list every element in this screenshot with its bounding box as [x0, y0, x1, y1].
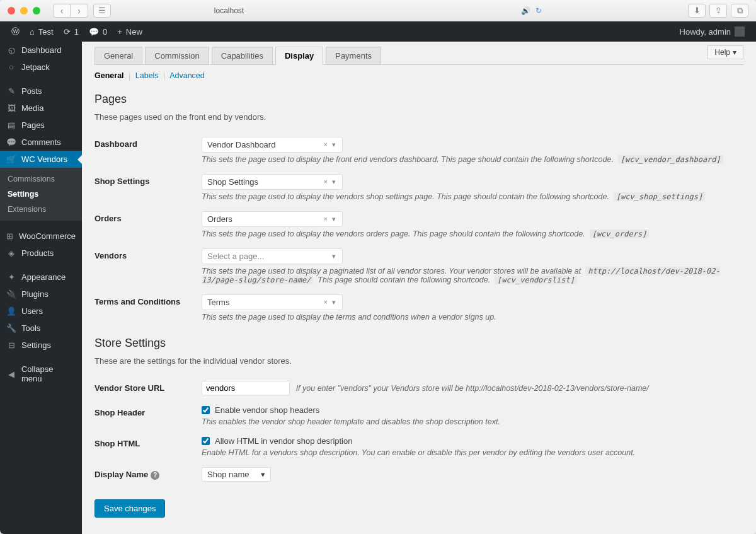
pages-icon: ▤ [6, 120, 16, 130]
menu-label: Posts [21, 86, 42, 96]
site-link[interactable]: ⌂ Test [25, 27, 59, 37]
tabs-button[interactable]: ⧉ [731, 4, 748, 18]
shop-header-desc: This enables the vendor shop header temp… [202, 417, 743, 426]
submenu-extensions[interactable]: Extensions [0, 202, 82, 217]
shop-settings-desc: This sets the page used to display the v… [202, 192, 743, 201]
minimize-window-button[interactable] [20, 7, 28, 15]
shop-settings-select[interactable]: Shop Settings× ▾ [202, 174, 343, 190]
vendor-url-desc: If you enter "vendors" your Vendors stor… [296, 384, 649, 393]
help-button[interactable]: Help ▾ [707, 45, 743, 59]
tab-general[interactable]: General [94, 47, 142, 64]
avatar [735, 26, 745, 37]
browser-titlebar: ‹ › ☰ localhost 🔊↻ ⬇ ⇪ ⧉ [0, 0, 756, 21]
admin-sidebar: ◵Dashboard ○Jetpack ✎Posts 🖼Media ▤Pages… [0, 42, 82, 534]
terms-label: Terms and Conditions [94, 294, 202, 306]
submenu-commissions[interactable]: Commissions [0, 171, 82, 187]
menu-collapse[interactable]: ◀Collapse menu [0, 361, 82, 387]
vendors-select[interactable]: Select a page...▾ [202, 248, 343, 264]
tab-display[interactable]: Display [275, 47, 323, 65]
save-button[interactable]: Save changes [94, 499, 165, 518]
shop-settings-shortcode: [wcv_shop_settings] [614, 192, 705, 201]
menu-posts[interactable]: ✎Posts [0, 83, 82, 100]
tab-payments[interactable]: Payments [326, 47, 381, 64]
share-button[interactable]: ⇪ [709, 4, 727, 18]
dashboard-icon: ◵ [6, 45, 16, 55]
menu-label: Settings [21, 340, 51, 350]
menu-label: Pages [21, 120, 45, 130]
wp-logo[interactable]: ⓦ [6, 26, 25, 37]
menu-dashboard[interactable]: ◵Dashboard [0, 42, 82, 59]
menu-woocommerce[interactable]: ⊞WooCommerce [0, 228, 82, 245]
plugins-icon: 🔌 [6, 289, 16, 299]
terms-desc: This sets the page used to display the t… [202, 313, 743, 322]
menu-settings[interactable]: ⊟Settings [0, 337, 82, 354]
dashboard-desc: This sets the page used to display the f… [202, 155, 743, 164]
tab-commission[interactable]: Commission [145, 47, 209, 64]
subtab-general[interactable]: General [94, 71, 124, 80]
dashboard-select[interactable]: Vendor Dashboard× ▾ [202, 137, 343, 153]
media-icon: 🖼 [6, 103, 16, 113]
menu-appearance[interactable]: ✦Appearance [0, 269, 82, 286]
products-icon: ◈ [6, 248, 16, 258]
vendors-shortcode: [wcv_vendorslist] [495, 276, 577, 284]
menu-users[interactable]: 👤Users [0, 303, 82, 320]
display-name-select[interactable]: Shop name▾ [202, 467, 271, 482]
menu-media[interactable]: 🖼Media [0, 100, 82, 117]
menu-label: Collapse menu [21, 364, 76, 383]
menu-jetpack[interactable]: ○Jetpack [0, 59, 82, 76]
comments-link[interactable]: 💬 0 [84, 27, 112, 37]
comments-icon: 💬 [6, 137, 16, 147]
comments-count: 0 [103, 27, 107, 37]
store-section-title: Store Settings [94, 337, 743, 350]
orders-select[interactable]: Orders× ▾ [202, 211, 343, 227]
vendors-label: Vendors [94, 248, 202, 260]
subtab-advanced[interactable]: Advanced [169, 71, 205, 80]
address-bar[interactable]: localhost [214, 6, 244, 15]
updates-count: 1 [74, 27, 79, 37]
menu-tools[interactable]: 🔧Tools [0, 320, 82, 337]
menu-label: Users [21, 306, 43, 316]
users-icon: 👤 [6, 306, 16, 316]
vendors-desc: This sets the page used to display a pag… [202, 267, 743, 284]
settings-tabs: General Commission Capabilities Display … [94, 47, 743, 65]
store-section-desc: These are the settings for the individua… [94, 356, 743, 366]
shop-settings-label: Shop Settings [94, 174, 202, 186]
account-link[interactable]: Howdy, admin [675, 26, 750, 37]
orders-label: Orders [94, 211, 202, 223]
orders-shortcode: [wcv_orders] [590, 229, 650, 238]
posts-icon: ✎ [6, 86, 16, 96]
show-sidebar-button[interactable]: ☰ [93, 4, 111, 18]
updates-link[interactable]: ⟳ 1 [59, 27, 84, 37]
menu-label: Tools [21, 323, 40, 333]
new-content-link[interactable]: + New [112, 27, 147, 37]
help-icon[interactable]: ? [151, 471, 159, 480]
reload-button[interactable]: ↻ [536, 6, 542, 15]
maximize-window-button[interactable] [33, 7, 40, 15]
jetpack-icon: ○ [6, 62, 16, 72]
subtab-labels[interactable]: Labels [135, 71, 159, 80]
settings-icon: ⊟ [6, 340, 16, 350]
menu-pages[interactable]: ▤Pages [0, 117, 82, 134]
menu-plugins[interactable]: 🔌Plugins [0, 286, 82, 303]
menu-comments[interactable]: 💬Comments [0, 134, 82, 151]
tab-capabilities[interactable]: Capabilities [212, 47, 273, 64]
forward-button[interactable]: › [71, 4, 88, 18]
download-button[interactable]: ⬇ [688, 4, 706, 18]
reader-icon[interactable]: 🔊 [521, 6, 530, 15]
menu-label: Plugins [21, 289, 49, 299]
menu-label: Jetpack [21, 62, 50, 72]
shop-header-checkbox[interactable] [202, 406, 210, 414]
menu-products[interactable]: ◈Products [0, 245, 82, 262]
terms-select[interactable]: Terms× ▾ [202, 294, 343, 310]
shop-header-checkbox-label: Enable vendor shop headers [215, 405, 319, 415]
menu-label: Appearance [21, 272, 66, 282]
vendor-url-input[interactable] [202, 381, 290, 395]
submenu-settings[interactable]: Settings [0, 187, 82, 202]
menu-label: Media [21, 103, 43, 113]
collapse-icon: ◀ [6, 369, 16, 379]
menu-wc-vendors[interactable]: 🛒WC Vendors [0, 151, 82, 168]
shop-html-desc: Enable HTML for a vendors shop descripti… [202, 448, 743, 457]
back-button[interactable]: ‹ [53, 4, 71, 18]
close-window-button[interactable] [8, 7, 15, 15]
shop-html-checkbox[interactable] [202, 437, 210, 445]
